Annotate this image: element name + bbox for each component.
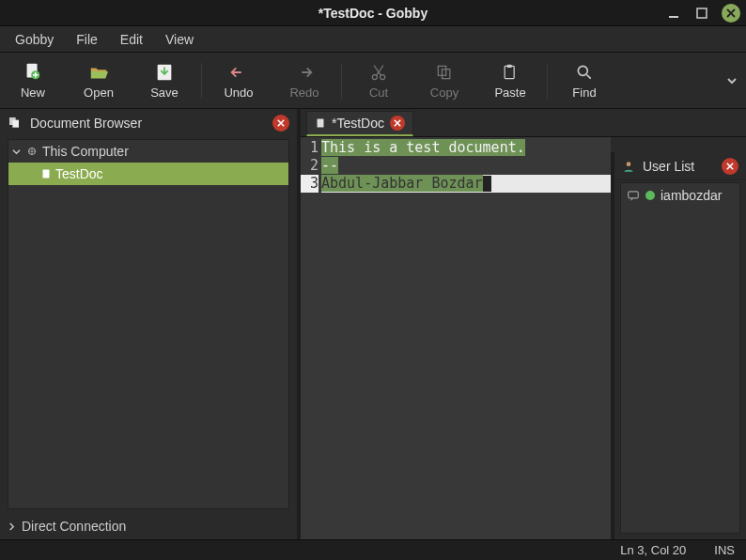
line-gutter: 1 2 3 (301, 137, 321, 539)
toolbar: New Open Save Undo Redo Cut Copy (0, 53, 746, 109)
direct-connection-button[interactable]: Direct Connection (0, 513, 297, 539)
line-text: Abdul-Jabbar Bozdar (321, 175, 483, 192)
text-content[interactable]: This is a test document. -- Abdul-Jabbar… (321, 137, 611, 539)
toolbar-overflow-button[interactable] (718, 74, 746, 87)
menu-view[interactable]: View (156, 29, 203, 50)
menubar: Gobby File Edit View (0, 26, 746, 53)
save-button[interactable]: Save (132, 62, 197, 100)
close-tab-button[interactable] (390, 116, 405, 131)
copy-icon (434, 62, 455, 83)
new-icon (23, 62, 43, 83)
new-label: New (21, 86, 45, 100)
svg-rect-18 (629, 192, 639, 198)
code-editor[interactable]: 1 2 3 This is a test document. -- Abdul-… (301, 137, 611, 539)
document-tree[interactable]: This Computer TestDoc (8, 139, 289, 509)
find-button[interactable]: Find (552, 62, 617, 100)
tree-root-label: This Computer (42, 144, 129, 159)
user-list-panel: User List iambozdar (611, 152, 746, 539)
user-list-title: User List (643, 159, 714, 174)
line-number: 2 (301, 157, 319, 175)
tab-label: *TestDoc (332, 116, 384, 131)
editor-line[interactable]: This is a test document. (321, 139, 611, 157)
editor-line-current[interactable]: Abdul-Jabbar Bozdar (321, 175, 611, 193)
tab-testdoc[interactable]: *TestDoc (306, 111, 413, 136)
direct-connection-label: Direct Connection (22, 519, 126, 534)
find-label: Find (572, 86, 596, 100)
toolbar-separator (547, 63, 548, 99)
tree-item-label: TestDoc (55, 166, 103, 181)
paste-label: Paste (494, 86, 525, 100)
menu-file[interactable]: File (67, 29, 107, 50)
redo-label: Redo (289, 86, 319, 100)
copy-label: Copy (430, 86, 458, 100)
svg-rect-1 (697, 8, 707, 18)
undo-button[interactable]: Undo (206, 62, 272, 100)
titlebar: *TestDoc - Gobby (0, 0, 746, 26)
editor-area: *TestDoc 1 2 3 This is a test document. … (301, 109, 746, 539)
editor-line[interactable]: -- (321, 157, 611, 175)
close-window-button[interactable] (722, 4, 740, 23)
paste-icon (500, 62, 521, 83)
status-dot-icon (645, 191, 655, 200)
paste-button[interactable]: Paste (477, 62, 543, 100)
cut-icon (368, 62, 389, 83)
svg-rect-0 (669, 16, 678, 18)
document-browser-panel: Document Browser This Computer TestDoc (0, 109, 301, 539)
tree-root[interactable]: This Computer (8, 140, 288, 163)
line-text: -- (321, 157, 338, 174)
line-text: This is a test document. (321, 139, 525, 156)
svg-point-17 (627, 162, 631, 166)
menu-edit[interactable]: Edit (111, 29, 152, 50)
tab-bar: *TestDoc (301, 109, 746, 137)
find-icon (574, 62, 595, 83)
close-user-list-button[interactable] (722, 158, 738, 175)
line-number: 1 (301, 139, 319, 157)
close-document-browser-button[interactable] (272, 115, 289, 132)
redo-icon (294, 62, 315, 83)
svg-point-11 (578, 66, 587, 75)
user-list-header: User List (614, 152, 746, 180)
svg-rect-9 (505, 66, 514, 78)
editor-body: 1 2 3 This is a test document. -- Abdul-… (301, 137, 746, 539)
tree-item-testdoc[interactable]: TestDoc (8, 163, 288, 185)
svg-rect-16 (318, 119, 324, 128)
window-title: *TestDoc - Gobby (0, 6, 746, 21)
window-controls (665, 4, 740, 23)
cut-label: Cut (369, 86, 388, 100)
redo-button[interactable]: Redo (272, 62, 337, 100)
undo-label: Undo (224, 86, 253, 100)
document-browser-title: Document Browser (30, 116, 265, 131)
maximize-button[interactable] (693, 5, 710, 22)
folder-open-icon (88, 62, 109, 83)
open-button[interactable]: Open (66, 62, 132, 100)
main-area: Document Browser This Computer TestDoc (0, 109, 746, 539)
status-bar: Ln 3, Col 20 INS (0, 539, 746, 560)
insert-mode: INS (714, 543, 735, 557)
document-browser-header: Document Browser (0, 109, 297, 137)
new-button[interactable]: New (0, 62, 66, 100)
svg-rect-15 (43, 170, 50, 179)
user-icon (622, 160, 635, 173)
minimize-button[interactable] (665, 5, 682, 22)
computer-icon (25, 145, 39, 158)
undo-icon (228, 62, 249, 83)
document-icon (315, 117, 326, 130)
svg-rect-13 (12, 120, 19, 128)
open-label: Open (84, 86, 114, 100)
chat-icon (627, 189, 640, 202)
cursor-position: Ln 3, Col 20 (620, 543, 686, 557)
menu-gobby[interactable]: Gobby (6, 29, 63, 50)
toolbar-separator (201, 63, 202, 99)
cut-button[interactable]: Cut (346, 62, 412, 100)
user-list: iambozdar (620, 182, 740, 534)
user-name: iambozdar (661, 188, 722, 203)
expand-icon[interactable] (12, 148, 22, 156)
text-cursor (483, 176, 491, 192)
user-row[interactable]: iambozdar (621, 183, 739, 208)
copy-button[interactable]: Copy (412, 62, 477, 100)
save-icon (154, 62, 175, 83)
save-label: Save (150, 86, 179, 100)
line-number: 3 (301, 175, 319, 193)
svg-rect-10 (507, 64, 512, 67)
documents-icon (8, 116, 23, 131)
